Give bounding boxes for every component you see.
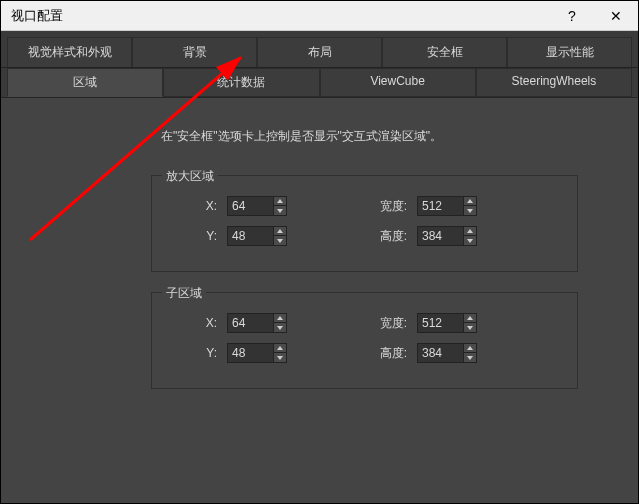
svg-marker-2 — [467, 199, 473, 203]
spin-up-icon[interactable] — [464, 227, 476, 236]
spin-down-icon[interactable] — [464, 206, 476, 215]
spin-up-icon[interactable] — [274, 344, 286, 353]
titlebar: 视口配置 ? ✕ — [1, 1, 638, 31]
spin-down-icon[interactable] — [464, 323, 476, 332]
input-sub-y[interactable] — [228, 344, 273, 362]
legend-enlarge: 放大区域 — [162, 168, 218, 185]
spin-down-icon[interactable] — [274, 206, 286, 215]
tab-background[interactable]: 背景 — [132, 37, 257, 67]
sub-tabbar: 区域 统计数据 ViewCube SteeringWheels — [1, 68, 638, 98]
label-width: 宽度: — [367, 315, 407, 332]
subtab-region[interactable]: 区域 — [7, 68, 163, 97]
window-title: 视口配置 — [11, 7, 63, 25]
svg-marker-1 — [277, 209, 283, 213]
spin-up-icon[interactable] — [464, 344, 476, 353]
label-x: X: — [167, 199, 217, 213]
svg-marker-0 — [277, 199, 283, 203]
input-sub-width[interactable] — [418, 314, 463, 332]
spin-up-icon[interactable] — [464, 314, 476, 323]
spinner-sub-x[interactable] — [227, 313, 287, 333]
tab-safe-frame[interactable]: 安全框 — [382, 37, 507, 67]
spin-down-icon[interactable] — [274, 323, 286, 332]
spinner-enlarge-x[interactable] — [227, 196, 287, 216]
svg-marker-15 — [467, 356, 473, 360]
svg-marker-8 — [277, 316, 283, 320]
label-x: X: — [167, 316, 217, 330]
window-controls: ? ✕ — [550, 1, 638, 30]
description-text: 在"安全框"选项卡上控制是否显示"交互式渲染区域"。 — [161, 128, 618, 145]
spin-up-icon[interactable] — [464, 197, 476, 206]
label-y: Y: — [167, 229, 217, 243]
viewport-config-window: 视口配置 ? ✕ 视觉样式和外观 背景 布局 安全框 显示性能 区域 统计数据 … — [0, 0, 639, 504]
spin-up-icon[interactable] — [274, 227, 286, 236]
tab-display-perf[interactable]: 显示性能 — [507, 37, 632, 67]
row-sub-x: X: 宽度: — [167, 313, 562, 333]
spinner-enlarge-width[interactable] — [417, 196, 477, 216]
row-enlarge-x: X: 宽度: — [167, 196, 562, 216]
row-sub-y: Y: 高度: — [167, 343, 562, 363]
input-enlarge-y[interactable] — [228, 227, 273, 245]
spinner-enlarge-y[interactable] — [227, 226, 287, 246]
input-sub-height[interactable] — [418, 344, 463, 362]
svg-marker-6 — [467, 229, 473, 233]
spin-up-icon[interactable] — [274, 197, 286, 206]
input-enlarge-x[interactable] — [228, 197, 273, 215]
svg-marker-5 — [277, 239, 283, 243]
spin-down-icon[interactable] — [464, 353, 476, 362]
svg-marker-4 — [277, 229, 283, 233]
close-button[interactable]: ✕ — [594, 1, 638, 30]
input-sub-x[interactable] — [228, 314, 273, 332]
svg-marker-9 — [277, 326, 283, 330]
label-height: 高度: — [367, 345, 407, 362]
spinner-enlarge-height[interactable] — [417, 226, 477, 246]
svg-marker-13 — [277, 356, 283, 360]
input-enlarge-width[interactable] — [418, 197, 463, 215]
spinner-sub-y[interactable] — [227, 343, 287, 363]
content-area: 在"安全框"选项卡上控制是否显示"交互式渲染区域"。 放大区域 X: 宽度: — [1, 98, 638, 503]
legend-sub: 子区域 — [162, 285, 206, 302]
spin-down-icon[interactable] — [274, 236, 286, 245]
spin-down-icon[interactable] — [274, 353, 286, 362]
tab-visual-style[interactable]: 视觉样式和外观 — [7, 37, 132, 67]
svg-marker-10 — [467, 316, 473, 320]
help-button[interactable]: ? — [550, 1, 594, 30]
input-enlarge-height[interactable] — [418, 227, 463, 245]
spinner-sub-height[interactable] — [417, 343, 477, 363]
label-width: 宽度: — [367, 198, 407, 215]
svg-marker-11 — [467, 326, 473, 330]
row-enlarge-y: Y: 高度: — [167, 226, 562, 246]
svg-marker-3 — [467, 209, 473, 213]
label-y: Y: — [167, 346, 217, 360]
group-enlarge-region: 放大区域 X: 宽度: — [151, 175, 578, 272]
spin-up-icon[interactable] — [274, 314, 286, 323]
svg-marker-12 — [277, 346, 283, 350]
spinner-sub-width[interactable] — [417, 313, 477, 333]
subtab-steeringwheels[interactable]: SteeringWheels — [476, 68, 632, 97]
label-height: 高度: — [367, 228, 407, 245]
spin-down-icon[interactable] — [464, 236, 476, 245]
tab-layout[interactable]: 布局 — [257, 37, 382, 67]
subtab-viewcube[interactable]: ViewCube — [320, 68, 476, 97]
svg-marker-7 — [467, 239, 473, 243]
svg-marker-14 — [467, 346, 473, 350]
subtab-statistics[interactable]: 统计数据 — [163, 68, 319, 97]
group-sub-region: 子区域 X: 宽度: — [151, 292, 578, 389]
main-tabbar: 视觉样式和外观 背景 布局 安全框 显示性能 — [1, 31, 638, 68]
